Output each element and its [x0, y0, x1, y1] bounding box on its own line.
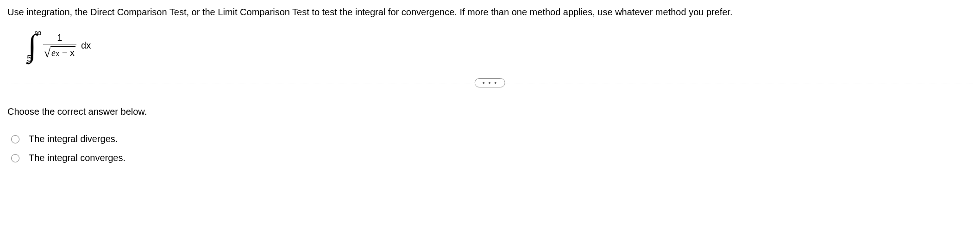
options-group: The integral diverges. The integral conv…: [11, 134, 973, 163]
answer-prompt: Choose the correct answer below.: [7, 106, 973, 117]
e-exponent: x: [56, 50, 59, 57]
option-label: The integral converges.: [29, 153, 126, 163]
integral-fraction: 1 √ e x − x: [42, 32, 77, 58]
dx: dx: [81, 40, 91, 51]
integral-lower-limit: 5: [27, 53, 32, 64]
fraction-denominator: √ e x − x: [42, 44, 77, 58]
option-label: The integral diverges.: [29, 134, 118, 144]
instruction-text: Use integration, the Direct Comparison T…: [7, 6, 973, 19]
sqrt-expression: √ e x − x: [44, 46, 75, 58]
option-converges[interactable]: The integral converges.: [11, 153, 973, 163]
sqrt-symbol: √: [44, 47, 50, 59]
integral-symbol: ∞ ∫ 5: [28, 30, 37, 61]
sqrt-content: e x − x: [50, 46, 75, 58]
option-diverges[interactable]: The integral diverges.: [11, 134, 973, 144]
e-base: e: [51, 48, 56, 58]
minus-x: − x: [62, 48, 75, 58]
section-divider: • • •: [7, 78, 973, 88]
radio-converges[interactable]: [11, 154, 19, 162]
radio-diverges[interactable]: [11, 135, 19, 143]
integral-upper-limit: ∞: [34, 27, 42, 39]
fraction-numerator: 1: [43, 32, 76, 44]
divider-expand-button[interactable]: • • •: [475, 78, 505, 87]
integral-expression: ∞ ∫ 5 1 √ e x − x dx: [28, 30, 973, 61]
